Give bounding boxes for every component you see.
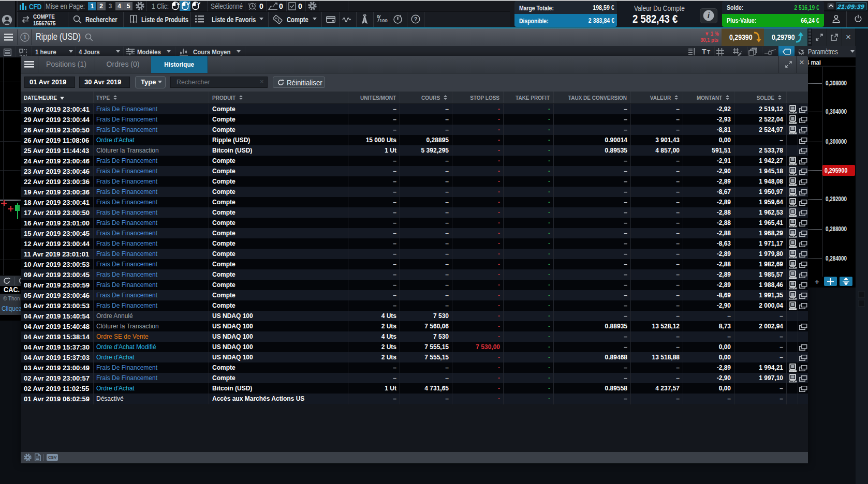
svg-text:✓✓: ✓✓: [197, 2, 200, 7]
svg-text:✓: ✓: [186, 2, 190, 7]
svg-text:?: ?: [414, 16, 418, 22]
svg-text:1: 1: [23, 34, 26, 40]
